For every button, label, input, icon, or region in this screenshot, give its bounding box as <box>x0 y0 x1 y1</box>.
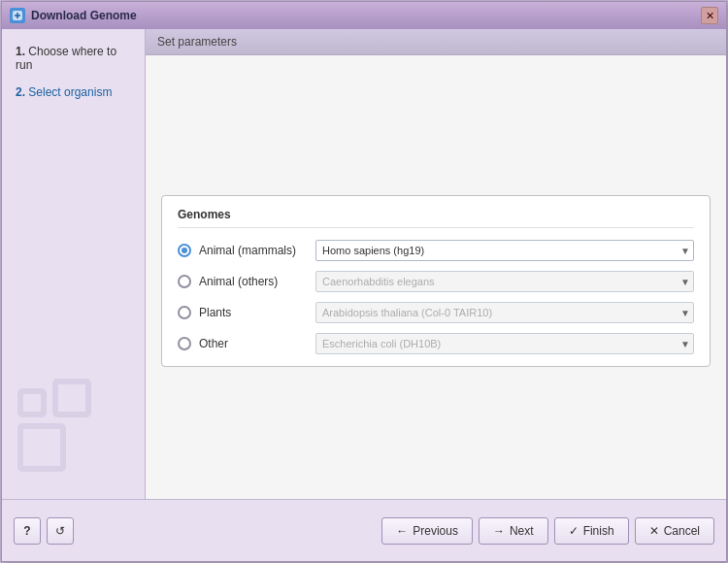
step1-label: Choose where to run <box>16 45 116 72</box>
top-spacer <box>161 71 711 187</box>
footer-left: ? ↺ <box>14 517 74 545</box>
finish-button[interactable]: ✓ Finish <box>554 517 629 545</box>
sidebar: 1. Choose where to run 2. Select organis… <box>2 29 146 499</box>
panel-header: Set parameters <box>146 29 726 55</box>
sidebar-item-choose-where[interactable]: 1. Choose where to run <box>10 41 137 76</box>
help-button[interactable]: ? <box>14 517 41 545</box>
sidebar-item-select-organism[interactable]: 2. Select organism <box>10 82 137 103</box>
select-wrapper-others: Caenorhabditis elegans Drosophila melano… <box>315 271 694 292</box>
cancel-button[interactable]: ✕ Cancel <box>635 517 714 545</box>
sidebar-watermark <box>10 109 137 487</box>
next-icon: → <box>493 524 505 538</box>
app-icon <box>10 8 25 23</box>
genome-row-other: Other Escherichia coli (DH10B) ▼ <box>178 333 694 354</box>
reset-button[interactable]: ↺ <box>47 517 74 545</box>
label-animal-mammals: Animal (mammals) <box>199 244 315 257</box>
cancel-label: Cancel <box>664 524 700 538</box>
panel-body: Genomes Animal (mammals) Homo sapiens (h… <box>146 55 726 499</box>
select-animal-others[interactable]: Caenorhabditis elegans Drosophila melano… <box>315 271 694 292</box>
previous-icon: ← <box>396 524 408 538</box>
right-panel: Set parameters Genomes Animal (mammals) … <box>146 29 726 499</box>
finish-icon: ✓ <box>569 524 579 538</box>
select-plants[interactable]: Arabidopsis thaliana (Col-0 TAIR10) <box>315 302 694 323</box>
main-content: 1. Choose where to run 2. Select organis… <box>2 29 726 499</box>
genome-row-others: Animal (others) Caenorhabditis elegans D… <box>178 271 694 292</box>
step2-number: 2. <box>16 85 28 99</box>
footer-right: ← Previous → Next ✓ Finish ✕ Cancel <box>381 517 714 545</box>
genome-row-mammals: Animal (mammals) Homo sapiens (hg19) Mus… <box>178 240 694 261</box>
label-animal-others: Animal (others) <box>199 275 315 288</box>
window-title: Download Genome <box>31 9 701 22</box>
select-other[interactable]: Escherichia coli (DH10B) <box>315 333 694 354</box>
select-wrapper-mammals: Homo sapiens (hg19) Mus musculus (mm10) … <box>315 240 694 261</box>
download-genome-window: Download Genome ✕ 1. Choose where to run… <box>1 1 727 562</box>
genome-row-plants: Plants Arabidopsis thaliana (Col-0 TAIR1… <box>178 302 694 323</box>
wm-box-1 <box>17 388 47 417</box>
watermark-decoration <box>17 379 91 472</box>
step2-label: Select organism <box>28 85 112 99</box>
wm-box-2 <box>52 379 91 417</box>
reset-icon: ↺ <box>55 524 65 538</box>
previous-label: Previous <box>413 524 458 538</box>
select-wrapper-plants: Arabidopsis thaliana (Col-0 TAIR10) ▼ <box>315 302 694 323</box>
finish-label: Finish <box>583 524 614 538</box>
radio-animal-mammals[interactable] <box>178 244 191 257</box>
select-wrapper-other: Escherichia coli (DH10B) ▼ <box>315 333 694 354</box>
cancel-icon: ✕ <box>649 524 659 538</box>
close-button[interactable]: ✕ <box>701 7 718 24</box>
next-label: Next <box>510 524 534 538</box>
label-plants: Plants <box>199 306 315 319</box>
radio-animal-others[interactable] <box>178 275 191 288</box>
bottom-spacer <box>161 367 711 483</box>
step1-number: 1. <box>16 45 28 58</box>
genomes-section: Genomes Animal (mammals) Homo sapiens (h… <box>161 195 711 367</box>
radio-other[interactable] <box>178 337 191 350</box>
radio-plants[interactable] <box>178 306 191 319</box>
label-other: Other <box>199 337 315 350</box>
next-button[interactable]: → Next <box>479 517 548 545</box>
wm-box-3 <box>17 423 66 472</box>
genomes-title: Genomes <box>178 208 694 228</box>
previous-button[interactable]: ← Previous <box>381 517 473 545</box>
select-animal-mammals[interactable]: Homo sapiens (hg19) Mus musculus (mm10) … <box>315 240 694 261</box>
title-bar: Download Genome ✕ <box>2 2 726 29</box>
footer: ? ↺ ← Previous → Next ✓ Finish ✕ Cancel <box>2 499 726 561</box>
